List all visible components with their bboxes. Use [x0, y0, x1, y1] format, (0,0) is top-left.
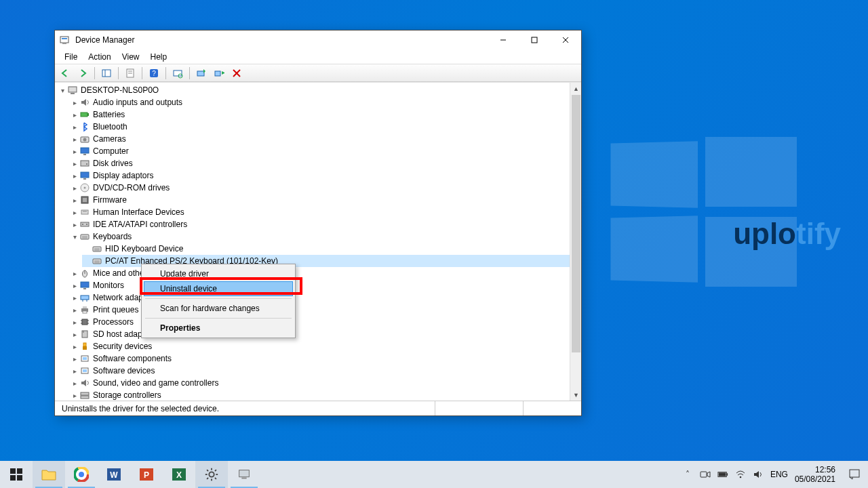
svg-text:▸: ▸ — [222, 68, 224, 76]
scroll-thumb[interactable] — [572, 95, 580, 352]
taskbar-chrome[interactable] — [65, 461, 98, 488]
tree-root-label: DESKTOP-NLS0P0O — [81, 85, 159, 95]
status-text: Uninstalls the driver for the selected d… — [58, 401, 435, 415]
svg-point-40 — [82, 224, 83, 225]
menu-action[interactable]: Action — [83, 51, 116, 63]
svg-rect-68 — [83, 343, 86, 346]
back-button[interactable] — [58, 66, 73, 81]
tree-category[interactable]: ▸Computer — [70, 145, 570, 157]
taskbar-excel[interactable]: X — [163, 461, 195, 488]
category-icon — [79, 231, 90, 242]
svg-rect-2 — [62, 43, 66, 44]
tree-category[interactable]: ▸Display adaptors — [70, 169, 570, 182]
tree-category[interactable]: ▸Security devices — [70, 340, 570, 352]
category-icon — [79, 146, 90, 157]
category-icon — [79, 182, 90, 193]
tree-category[interactable]: ▸IDE ATA/ATAPI controllers — [70, 218, 570, 230]
svg-text:P: P — [144, 470, 149, 480]
tree-category[interactable]: ▸Bluetooth — [70, 121, 570, 133]
ctx-scan-hardware[interactable]: Scan for hardware changes — [144, 301, 293, 316]
toolbar: ? ▸ — [55, 64, 581, 82]
menu-file[interactable]: File — [59, 51, 83, 63]
category-icon — [79, 268, 90, 279]
tree-category-label: Monitors — [93, 281, 124, 290]
start-button[interactable] — [0, 461, 33, 488]
forward-button[interactable] — [75, 66, 90, 81]
ctx-separator — [145, 298, 292, 299]
tree-category[interactable]: ▸Batteries — [70, 108, 570, 121]
tree-category[interactable]: ▸Firmware — [70, 194, 570, 206]
tree-category-label: DVD/CD-ROM drives — [93, 183, 170, 192]
svg-line-97 — [215, 478, 216, 479]
show-hide-tree-button[interactable] — [99, 66, 114, 81]
tree-category[interactable]: ▸Software components — [70, 352, 570, 365]
svg-rect-14 — [174, 70, 182, 76]
category-icon — [79, 365, 90, 376]
taskbar-powerpoint[interactable]: P — [130, 461, 163, 488]
app-icon — [59, 35, 70, 45]
close-button[interactable] — [550, 30, 581, 49]
tree-category[interactable]: ▾Keyboards — [70, 230, 570, 243]
action-center-button[interactable] — [841, 461, 868, 488]
category-icon — [79, 207, 90, 218]
update-driver-button[interactable] — [194, 66, 209, 81]
tree-category-label: Computer — [93, 146, 129, 156]
menu-help[interactable]: Help — [145, 51, 173, 63]
svg-rect-23 — [81, 113, 87, 117]
tray-meet-now-icon[interactable] — [700, 469, 711, 480]
tree-category[interactable]: ▸Storage controllers — [70, 389, 570, 401]
ctx-uninstall-device[interactable]: Uninstall device — [144, 281, 293, 296]
vertical-scrollbar[interactable]: ▲ ▼ — [570, 83, 581, 401]
uninstall-driver-button[interactable]: ▸ — [212, 66, 226, 81]
taskbar-file-explorer[interactable] — [33, 461, 65, 488]
tree-category[interactable]: ▸Audio inputs and outputs — [70, 96, 570, 108]
system-tray: ˄ ENG 12:56 05/08/2021 — [677, 461, 841, 488]
menu-view[interactable]: View — [117, 51, 145, 63]
svg-rect-17 — [215, 71, 220, 76]
category-icon — [79, 195, 90, 205]
device-tree[interactable]: ▾ DESKTOP-NLS0P0O ▸Audio inputs and outp… — [55, 83, 570, 401]
taskbar-word[interactable]: W — [98, 461, 130, 488]
scan-hardware-button[interactable] — [170, 66, 185, 81]
tree-category-label: Security devices — [93, 342, 152, 351]
ctx-separator — [145, 318, 292, 319]
taskbar-settings[interactable] — [195, 461, 228, 488]
svg-rect-22 — [71, 93, 75, 94]
tray-clock[interactable]: 12:56 05/08/2021 — [795, 465, 835, 484]
scroll-down-button[interactable]: ▼ — [570, 389, 581, 401]
svg-rect-0 — [60, 37, 68, 43]
category-icon — [79, 280, 90, 291]
titlebar[interactable]: Device Manager — [55, 30, 581, 49]
window-title: Device Manager — [75, 35, 488, 45]
tree-category-label: IDE ATA/ATAPI controllers — [93, 220, 187, 229]
svg-point-84 — [79, 472, 84, 477]
tree-category-label: Print queues — [93, 305, 138, 314]
tree-category[interactable]: ▸Cameras — [70, 133, 570, 145]
tray-language[interactable]: ENG — [770, 470, 788, 479]
tray-volume-icon[interactable] — [753, 469, 764, 480]
tray-battery-icon[interactable] — [717, 469, 728, 480]
tree-category[interactable]: ▸DVD/CD-ROM drives — [70, 182, 570, 194]
taskbar-device-manager[interactable] — [228, 461, 260, 488]
tree-device[interactable]: ▸HID Keyboard Device — [82, 243, 570, 255]
maximize-button[interactable] — [519, 30, 550, 49]
svg-point-30 — [86, 163, 87, 165]
tree-category[interactable]: ▸Sound, video and game controllers — [70, 377, 570, 389]
tree-category[interactable]: ▸Human Interface Devices — [70, 206, 570, 218]
properties-button[interactable] — [123, 66, 138, 81]
tree-category[interactable]: ▸Software devices — [70, 365, 570, 377]
minimize-button[interactable] — [488, 30, 519, 49]
scroll-up-button[interactable]: ▲ — [570, 83, 581, 94]
svg-rect-61 — [82, 319, 87, 325]
category-icon — [79, 97, 90, 108]
svg-point-26 — [83, 138, 87, 142]
svg-point-34 — [84, 187, 86, 189]
tree-root[interactable]: ▾ DESKTOP-NLS0P0O — [58, 84, 570, 96]
tray-chevron-up-icon[interactable]: ˄ — [682, 469, 693, 480]
tray-wifi-icon[interactable] — [735, 469, 746, 480]
ctx-properties[interactable]: Properties — [144, 321, 293, 336]
ctx-update-driver[interactable]: Update driver — [144, 266, 293, 281]
disable-device-button[interactable] — [229, 66, 244, 81]
tree-category[interactable]: ▸Disk drives — [70, 157, 570, 169]
help-button[interactable]: ? — [146, 66, 161, 81]
